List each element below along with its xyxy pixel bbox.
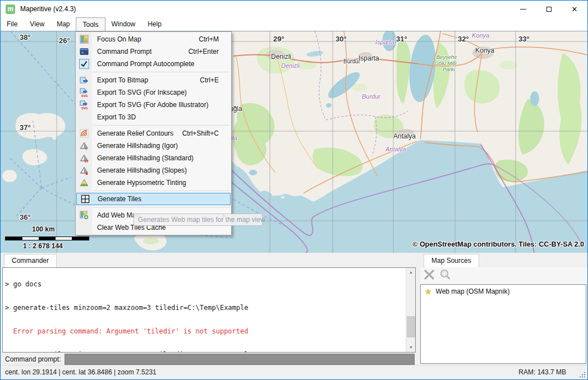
hillshading-igor-icon: I — [76, 141, 93, 150]
map-sources-toolbar — [420, 267, 587, 284]
menu-separator — [93, 125, 229, 126]
menu-tools[interactable]: Tools — [76, 17, 105, 31]
console-line: > generate-tiles minzoom=2 maxzoom=3 til… — [5, 351, 415, 353]
menu-view[interactable]: View — [24, 17, 50, 31]
menu-item-label: Generate Relief Contours — [93, 129, 182, 137]
console-output[interactable]: > go docs > generate-tiles minzoom=2 max… — [2, 267, 416, 353]
menu-file[interactable]: File — [1, 17, 24, 31]
menu-map[interactable]: Map — [50, 17, 76, 31]
svg-text:>_: >_ — [81, 50, 86, 55]
park-label-line: Beyşehir — [433, 54, 461, 60]
menu-item-generate-relief-contours[interactable]: Generate Relief Contours Ctrl+Shift+C — [76, 127, 231, 140]
scroll-down-icon[interactable]: ▼ — [406, 343, 416, 352]
lon-label: 31° — [396, 35, 407, 43]
status-bar: cent. lon 29.1914 | cent. lat 36.8486 | … — [1, 365, 587, 379]
menu-help[interactable]: Help — [141, 17, 168, 31]
menu-item-shortcut: Ctrl+Enter — [189, 48, 231, 55]
menu-item-generate-hillshading-igor[interactable]: I Generate Hillshading (Igor) — [76, 140, 231, 152]
lat-label: 36° — [20, 213, 31, 221]
minimize-button[interactable] — [510, 1, 536, 17]
maximize-icon — [546, 7, 552, 12]
hypsometric-icon — [76, 178, 93, 187]
lat-label: 38° — [20, 33, 31, 41]
menu-item-label: Focus On Map — [93, 35, 199, 43]
minimize-icon — [520, 9, 526, 10]
menu-item-label: Generate Hillshading (Slopes) — [93, 166, 231, 174]
status-ram: RAM: 143.7 MB — [518, 365, 566, 379]
magnifier-icon — [439, 268, 452, 281]
menu-item-command-prompt-autocomplete[interactable]: Command Prompt Autocomplete — [76, 58, 231, 70]
map-source-label: Web map (OSM Mapnik) — [436, 288, 510, 295]
menu-item-shortcut: Ctrl+M — [199, 35, 231, 43]
menu-separator — [93, 207, 229, 207]
console-line-error: Error parsing command: Argument 'tiledir… — [5, 327, 415, 335]
remove-source-button[interactable] — [422, 268, 436, 284]
command-prompt-input[interactable] — [65, 354, 415, 365]
scale-ratio: 1 : 2 678 144 — [23, 242, 63, 250]
svg-text:SVG: SVG — [81, 94, 88, 98]
commander-panel: Commander > go docs > generate-tiles min… — [1, 253, 416, 365]
menu-window[interactable]: Window — [105, 17, 142, 31]
tab-commander[interactable]: Commander — [4, 254, 57, 267]
scroll-up-icon[interactable]: ▲ — [406, 268, 416, 277]
lon-label: 33° — [518, 35, 530, 43]
park-label-line: Gölü Milli — [431, 60, 460, 66]
region-label-konya: Konya — [472, 32, 489, 39]
export-bitmap-icon — [76, 76, 93, 85]
scrollbar-thumb[interactable] — [407, 316, 415, 337]
command-prompt-row: Command prompt: — [1, 354, 416, 365]
menu-item-export-svg-illustrator[interactable]: SVG Export To SVG (For Adobe Illustrator… — [76, 99, 231, 111]
menu-item-export-to-bitmap[interactable]: Export To Bitmap Ctrl+E — [76, 74, 231, 86]
menu-separator — [93, 72, 229, 72]
city-label-denizli: Denizli — [271, 53, 291, 61]
svg-text:SVG: SVG — [81, 106, 88, 110]
resize-grip[interactable] — [580, 372, 586, 378]
lon-label: 26° — [59, 36, 70, 45]
map-sources-panel: Map Sources ★ Web map (OSM Mapnik) — [419, 253, 587, 365]
window-title: Maperitive (v2.4.3) — [20, 5, 76, 13]
hillshading-standard-icon: ST — [76, 154, 93, 163]
tooltip: Generates Web map tiles for the map view — [134, 214, 263, 226]
menu-item-focus-on-map[interactable]: Focus On Map Ctrl+M — [76, 33, 231, 45]
menu-item-shortcut: Ctrl+Shift+C — [182, 129, 231, 137]
city-label-isparta: Isparta — [359, 54, 379, 62]
close-button[interactable]: ✕ — [562, 1, 587, 17]
menu-item-label: Export To Bitmap — [93, 76, 200, 84]
menu-item-label: Generate Hillshading (Igor) — [93, 142, 231, 150]
console-lines: > go docs > generate-tiles minzoom=2 max… — [5, 267, 415, 353]
menu-item-generate-tiles[interactable]: Generate Tiles — [76, 193, 231, 205]
menu-item-export-to-3d[interactable]: Export To 3D — [76, 111, 231, 123]
region-label-burdur: Burdur — [362, 93, 380, 100]
tab-map-sources[interactable]: Map Sources — [424, 254, 479, 267]
lon-label: 32° — [458, 35, 469, 43]
app-logo-icon: m — [6, 4, 15, 14]
tools-dropdown-menu: Focus On Map Ctrl+M >_ Command Prompt Ct… — [75, 31, 232, 235]
status-coordinates: cent. lon 29.1914 | cent. lat 36.8486 | … — [5, 365, 157, 379]
close-icon: ✕ — [572, 5, 578, 13]
tiles-icon — [77, 194, 93, 203]
menu-item-generate-hypsometric-tinting[interactable]: Generate Hypsometric Tinting — [76, 177, 231, 189]
console-line: > go docs — [5, 280, 415, 288]
menu-item-label: Command Prompt Autocomplete — [93, 60, 231, 68]
map-viewport[interactable]: 38° 37° 36° 26° 29° 30° 31° 32° 33° Deni… — [1, 31, 587, 253]
remove-icon — [422, 268, 436, 281]
map-source-item[interactable]: ★ Web map (OSM Mapnik) — [421, 285, 586, 298]
menu-item-export-svg-inkscape[interactable]: SVG Export To SVG (For Inkscape) — [76, 86, 231, 99]
add-web-map-icon — [76, 211, 93, 220]
city-label-burdur: Burdur — [343, 58, 360, 64]
export-svg-icon: SVG — [76, 88, 93, 97]
region-label-isparta: Isparta — [375, 39, 394, 45]
menu-item-label: Command Prompt — [93, 48, 189, 55]
menu-item-command-prompt[interactable]: >_ Command Prompt Ctrl+Enter — [76, 45, 231, 58]
menu-item-generate-hillshading-slopes[interactable]: Generate Hillshading (Slopes) — [76, 164, 231, 177]
zoom-to-source-button[interactable] — [439, 268, 452, 283]
svg-text:ST: ST — [85, 160, 89, 163]
menu-item-generate-hillshading-standard[interactable]: ST Generate Hillshading (Standard) — [76, 152, 231, 164]
map-attribution: © OpenStreetMap contributors. Tiles: CC-… — [412, 240, 584, 248]
scale-bar — [5, 237, 89, 240]
checkmark-icon — [76, 59, 93, 69]
bottom-panels: Commander > go docs > generate-tiles min… — [1, 253, 587, 365]
lon-label: 30° — [336, 35, 347, 43]
maximize-button[interactable] — [536, 1, 562, 17]
console-scrollbar[interactable]: ▲ ▼ — [406, 268, 415, 352]
